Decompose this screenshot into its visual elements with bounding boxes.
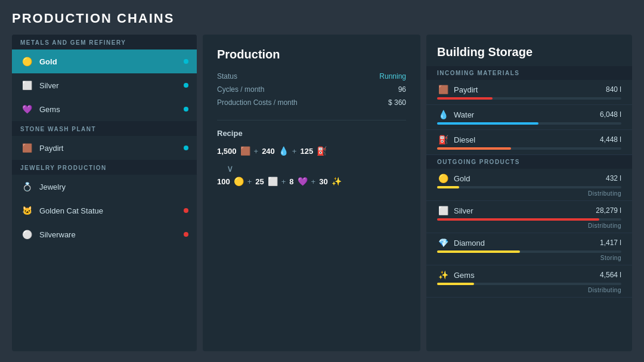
sidebar-item-label: Silverware	[39, 230, 178, 239]
diamond-storage-icon: 💎	[437, 238, 449, 247]
costs-row: Production Costs / month $ 360	[217, 98, 406, 107]
gold-bar-fill	[437, 186, 459, 188]
gems-icon: 💜	[20, 103, 33, 116]
gold-output-icon: 🟡	[234, 177, 244, 186]
water-progress	[437, 122, 621, 125]
silver-bar-fill	[437, 218, 599, 221]
gems-storage-icon: ✨	[437, 270, 449, 280]
status-dot	[184, 83, 188, 88]
gems-bar-fill	[437, 283, 474, 285]
gold-amount: 432 l	[606, 174, 621, 182]
sidebar-item-label: Gold	[39, 57, 178, 66]
storage-item-silver: ⬜ Silver 28,279 l Distributing	[426, 201, 632, 233]
sidebar-item-gold[interactable]: 🟡 Gold	[12, 49, 197, 73]
section-header-metals: METALS AND GEM REFINERY	[12, 35, 197, 49]
recipe-title: Recipe	[217, 129, 406, 138]
incoming-header: INCOMING MATERIALS	[426, 66, 632, 80]
sidebar-item-gems[interactable]: 💜 Gems	[12, 97, 197, 121]
gems-storage-label: Gems	[454, 271, 475, 280]
cycles-value: 96	[398, 85, 406, 94]
status-label: Status	[217, 72, 237, 81]
gold-progress	[437, 186, 621, 188]
status-dot	[184, 208, 188, 213]
status-dot	[184, 146, 188, 150]
divider	[217, 120, 406, 120]
cycles-label: Cycles / month	[217, 85, 264, 94]
main-layout: METALS AND GEM REFINERY 🟡 Gold ⬜ Silver …	[12, 35, 632, 351]
status-dot	[184, 232, 188, 237]
recipe-arrow: ∨	[227, 163, 406, 174]
silver-storage-icon: ⬜	[437, 206, 449, 215]
storage-item-paydirt: 🟫 Paydirt 840 l	[426, 80, 632, 105]
diesel-bar-fill	[437, 147, 511, 150]
paydirt-bar-fill	[437, 97, 493, 100]
building-storage-title: Building Storage	[426, 35, 632, 66]
costs-label: Production Costs / month	[217, 98, 298, 107]
water-storage-label: Water	[454, 110, 474, 119]
storage-item-gold: 🟡 Gold 432 l Distributing	[426, 169, 632, 201]
golden-cat-icon: 🐱	[20, 204, 33, 217]
diamond-amount: 1,417 l	[600, 239, 621, 247]
gold-icon: 🟡	[20, 55, 33, 68]
status-value: Running	[379, 72, 406, 81]
storage-item-gems: ✨ Gems 4,564 l Distributing	[426, 265, 632, 298]
diamond-status: Storing	[437, 255, 621, 261]
diamond-bar-fill	[437, 250, 520, 253]
paydirt-storage-icon: 🟫	[437, 85, 449, 94]
sidebar-item-silver[interactable]: ⬜ Silver	[12, 73, 197, 97]
status-dot	[184, 59, 188, 64]
left-panel: METALS AND GEM REFINERY 🟡 Gold ⬜ Silver …	[12, 35, 197, 351]
water-amount: 6,048 l	[600, 110, 621, 119]
mid-panel: Production Status Running Cycles / month…	[203, 35, 420, 351]
gems-progress	[437, 283, 621, 285]
storage-item-water: 💧 Water 6,048 l	[426, 105, 632, 130]
gems-output-icon: 💜	[298, 177, 308, 186]
silver-output-icon: ⬜	[268, 177, 278, 186]
gold-storage-label: Gold	[454, 174, 470, 183]
status-dot	[184, 107, 188, 112]
silver-icon: ⬜	[20, 79, 33, 92]
diesel-recipe-icon: ⛽	[317, 146, 327, 156]
sidebar-item-label: Gems	[39, 105, 178, 114]
jewelry-icon: 💍	[20, 180, 33, 193]
sidebar-item-label: Jewelry	[39, 182, 188, 191]
section-header-jewelry: JEWELRY PRODUCTION	[12, 160, 197, 175]
cycles-row: Cycles / month 96	[217, 85, 406, 94]
gold-storage-icon: 🟡	[437, 174, 449, 183]
diesel-storage-icon: ⛽	[437, 135, 449, 144]
sidebar-item-label: Silver	[39, 81, 178, 90]
bonus-output-icon: ✨	[332, 177, 342, 186]
right-panel: Building Storage INCOMING MATERIALS 🟫 Pa…	[426, 35, 632, 351]
production-panel-title: Production	[217, 48, 406, 61]
sidebar-item-label: Golden Cat Statue	[39, 206, 178, 215]
sidebar-item-label: Paydirt	[39, 144, 178, 153]
diamond-progress	[437, 250, 621, 253]
recipe-outputs: 100 🟡 + 25 ⬜ + 8 💜 + 30 ✨	[217, 177, 406, 186]
water-recipe-icon: 💧	[278, 146, 289, 156]
sidebar-item-paydirt[interactable]: 🟫 Paydirt	[12, 136, 197, 160]
diesel-amount: 4,448 l	[600, 135, 621, 144]
silver-progress	[437, 218, 621, 221]
storage-item-diesel: ⛽ Diesel 4,448 l	[426, 130, 632, 155]
paydirt-progress	[437, 97, 621, 100]
water-storage-icon: 💧	[437, 110, 449, 119]
silverware-icon: ⚪	[20, 228, 33, 241]
storage-item-diamond: 💎 Diamond 1,417 l Storing	[426, 233, 632, 265]
diesel-progress	[437, 147, 621, 150]
page-title: PRODUCTION CHAINS	[12, 11, 632, 26]
sidebar-item-golden-cat[interactable]: 🐱 Golden Cat Statue	[12, 199, 197, 222]
sidebar-item-jewelry[interactable]: 💍 Jewelry	[12, 175, 197, 199]
sidebar-item-silverware[interactable]: ⚪ Silverware	[12, 222, 197, 246]
silver-status: Distributing	[437, 222, 621, 229]
paydirt-icon: 🟫	[20, 141, 33, 154]
gems-amount: 4,564 l	[600, 271, 621, 279]
paydirt-amount: 840 l	[606, 85, 621, 94]
status-row: Status Running	[217, 72, 406, 81]
costs-value: $ 360	[388, 98, 406, 107]
outgoing-header: OUTGOING PRODUCTS	[426, 155, 632, 169]
diamond-storage-label: Diamond	[454, 239, 485, 247]
diesel-storage-label: Diesel	[454, 135, 475, 144]
section-header-stone: STONE WASH PLANT	[12, 121, 197, 136]
gold-status: Distributing	[437, 190, 621, 197]
paydirt-recipe-icon: 🟫	[240, 146, 250, 156]
